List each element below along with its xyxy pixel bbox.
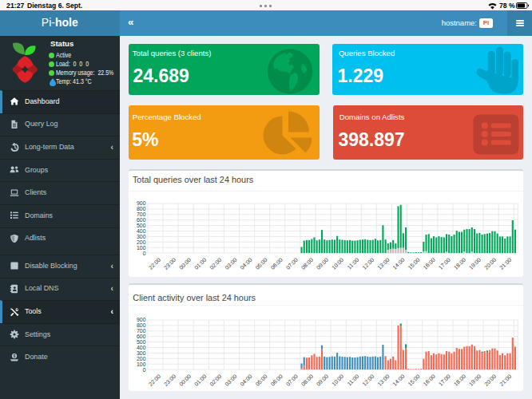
svg-text:07:00: 07:00 [285, 373, 299, 387]
svg-text:21:00: 21:00 [498, 256, 512, 270]
svg-text:13:00: 13:00 [376, 256, 390, 270]
svg-text:15:00: 15:00 [407, 256, 420, 270]
svg-text:09:00: 09:00 [316, 256, 329, 270]
svg-text:800: 800 [137, 323, 146, 329]
svg-text:03:00: 03:00 [224, 256, 237, 270]
svg-text:01:00: 01:00 [193, 256, 207, 270]
svg-text:500: 500 [137, 339, 146, 345]
svg-text:04:00: 04:00 [239, 373, 252, 387]
svg-text:10:00: 10:00 [331, 373, 344, 387]
svg-text:06:00: 06:00 [270, 256, 284, 270]
svg-text:700: 700 [137, 211, 146, 217]
svg-text:14:00: 14:00 [391, 373, 405, 387]
svg-text:11:00: 11:00 [346, 373, 359, 387]
svg-text:16:00: 16:00 [423, 256, 436, 270]
svg-text:05:00: 05:00 [254, 256, 268, 270]
svg-text:0: 0 [143, 250, 146, 255]
svg-text:700: 700 [137, 329, 146, 334]
svg-text:01:00: 01:00 [193, 373, 207, 387]
svg-text:500: 500 [137, 223, 146, 228]
svg-text:08:00: 08:00 [300, 256, 314, 270]
svg-text:300: 300 [137, 350, 146, 356]
svg-text:22:00: 22:00 [148, 373, 161, 387]
svg-text:22:00: 22:00 [148, 256, 161, 270]
svg-text:200: 200 [137, 239, 146, 245]
svg-text:13:00: 13:00 [376, 373, 390, 387]
svg-text:19:00: 19:00 [468, 373, 482, 387]
svg-text:03:00: 03:00 [224, 373, 237, 387]
svg-text:16:00: 16:00 [423, 373, 436, 387]
svg-text:200: 200 [137, 356, 146, 361]
svg-text:15:00: 15:00 [407, 373, 420, 387]
svg-text:12:00: 12:00 [361, 373, 375, 387]
svg-text:100: 100 [137, 361, 146, 367]
svg-text:0: 0 [143, 367, 146, 373]
svg-text:600: 600 [137, 217, 146, 223]
svg-text:100: 100 [137, 244, 146, 250]
svg-text:11:00: 11:00 [346, 256, 359, 270]
svg-text:400: 400 [137, 345, 146, 350]
svg-text:00:00: 00:00 [178, 256, 192, 270]
svg-text:900: 900 [137, 200, 146, 206]
svg-text:18:00: 18:00 [453, 373, 466, 387]
svg-text:06:00: 06:00 [270, 373, 284, 387]
svg-text:05:00: 05:00 [254, 373, 268, 387]
svg-text:09:00: 09:00 [316, 373, 329, 387]
svg-text:900: 900 [137, 318, 146, 323]
svg-text:600: 600 [137, 334, 146, 339]
svg-text:04:00: 04:00 [239, 256, 252, 270]
svg-text:21:00: 21:00 [498, 373, 512, 387]
svg-text:800: 800 [137, 206, 146, 211]
svg-text:02:00: 02:00 [208, 373, 222, 387]
svg-text:18:00: 18:00 [453, 256, 466, 270]
svg-text:19:00: 19:00 [468, 256, 482, 270]
svg-text:23:00: 23:00 [163, 373, 177, 387]
svg-text:10:00: 10:00 [331, 256, 344, 270]
svg-text:20:00: 20:00 [483, 373, 497, 387]
svg-text:400: 400 [137, 228, 146, 234]
svg-text:17:00: 17:00 [438, 256, 451, 270]
svg-text:07:00: 07:00 [285, 256, 299, 270]
svg-text:00:00: 00:00 [178, 373, 192, 387]
svg-text:17:00: 17:00 [438, 373, 451, 387]
svg-text:14:00: 14:00 [391, 256, 405, 270]
svg-text:20:00: 20:00 [483, 256, 497, 270]
svg-text:02:00: 02:00 [208, 256, 222, 270]
svg-text:23:00: 23:00 [163, 256, 177, 270]
svg-text:08:00: 08:00 [300, 373, 314, 387]
svg-text:12:00: 12:00 [361, 256, 375, 270]
svg-text:300: 300 [137, 234, 146, 239]
